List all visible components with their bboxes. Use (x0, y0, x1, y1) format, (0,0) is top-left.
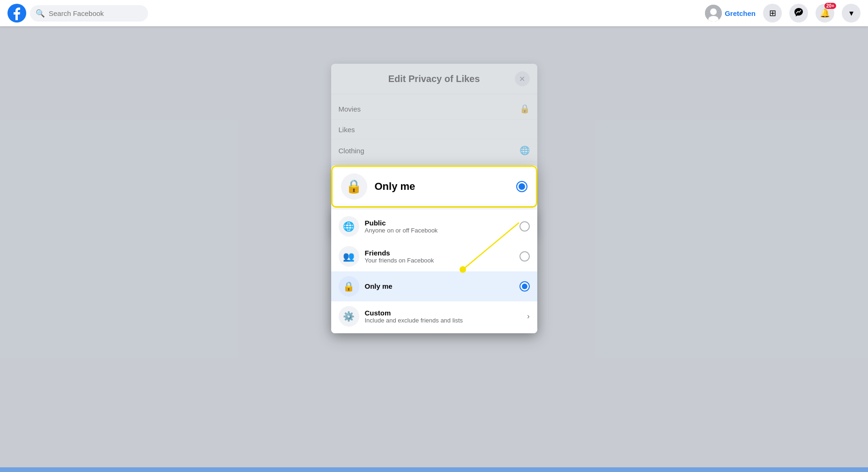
nav-user[interactable]: Gretchen (705, 5, 756, 22)
highlighted-only-me[interactable]: 🔒 Only me (331, 165, 537, 208)
account-menu-button[interactable]: ▾ (842, 4, 861, 22)
bell-icon: 🔔 (820, 8, 830, 18)
chevron-down-icon: ▾ (849, 8, 853, 18)
messenger-icon (794, 7, 803, 19)
navbar-right: Gretchen ⊞ 🔔 20+ ▾ (705, 4, 861, 22)
notification-badge: 20+ (824, 3, 836, 9)
privacy-option-friends[interactable]: 👥 Friends Your friends on Facebook (331, 241, 537, 271)
facebook-logo[interactable] (7, 4, 26, 22)
grid-icon: ⊞ (769, 8, 776, 18)
privacy-option-only-me[interactable]: 🔒 Only me (331, 271, 537, 301)
avatar (705, 5, 722, 22)
public-title: Public (365, 219, 514, 227)
public-radio (519, 221, 530, 232)
only-me-radio (519, 281, 530, 292)
custom-title: Custom (365, 309, 522, 317)
only-me-icon-small: 🔒 (339, 276, 359, 297)
only-me-text: Only me (365, 282, 514, 290)
friends-title: Friends (365, 249, 514, 257)
only-me-label-large: Only me (375, 180, 509, 193)
friends-text: Friends Your friends on Facebook (365, 249, 514, 264)
search-input[interactable] (49, 9, 142, 17)
friends-radio (519, 251, 530, 262)
privacy-option-custom[interactable]: ⚙️ Custom Include and exclude friends an… (331, 301, 537, 331)
custom-text: Custom Include and exclude friends and l… (365, 309, 522, 324)
public-subtitle: Anyone on or off Facebook (365, 227, 514, 234)
privacy-dropdown: 🔒 Only me 🌐 Public Anyone on or off Face… (331, 165, 537, 333)
navbar-left: 🔍 (7, 4, 705, 22)
grid-menu-button[interactable]: ⊞ (763, 4, 782, 22)
user-name: Gretchen (725, 9, 756, 17)
only-me-title: Only me (365, 282, 514, 290)
svg-point-2 (710, 8, 717, 15)
public-text: Public Anyone on or off Facebook (365, 219, 514, 234)
public-icon: 🌐 (339, 216, 359, 237)
friends-subtitle: Your friends on Facebook (365, 257, 514, 264)
only-me-radio-selected (516, 181, 527, 192)
page-background: Edit Privacy of Likes ✕ Movies 🔒 Likes C… (0, 26, 868, 472)
navbar: 🔍 Gretchen ⊞ (0, 0, 868, 26)
privacy-option-public[interactable]: 🌐 Public Anyone on or off Facebook (331, 211, 537, 241)
search-bar[interactable]: 🔍 (30, 5, 148, 22)
custom-icon: ⚙️ (339, 306, 359, 327)
custom-chevron-icon: › (527, 312, 529, 321)
privacy-options-list: 🌐 Public Anyone on or off Facebook 👥 Fri… (331, 210, 537, 333)
friends-icon: 👥 (339, 246, 359, 267)
search-icon: 🔍 (36, 9, 45, 18)
custom-subtitle: Include and exclude friends and lists (365, 317, 522, 324)
only-me-icon-large: 🔒 (341, 173, 367, 200)
notifications-button[interactable]: 🔔 20+ (816, 4, 834, 22)
messenger-button[interactable] (789, 4, 808, 22)
